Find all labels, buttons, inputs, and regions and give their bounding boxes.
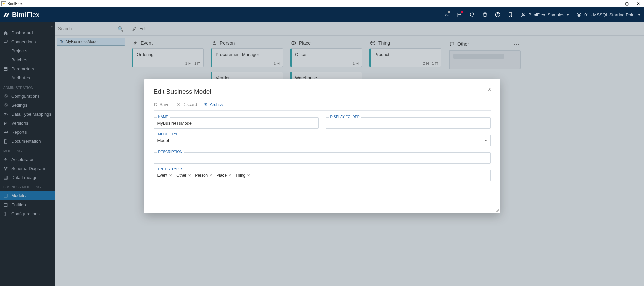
tag-label: Thing <box>235 173 245 178</box>
entity-types-input[interactable]: Event ✕ Other ✕ Person ✕ Place ✕ Thing ✕ <box>154 170 491 181</box>
resize-handle[interactable] <box>495 208 499 212</box>
modal-close-button[interactable]: X <box>488 87 491 92</box>
model-type-label: MODEL TYPE <box>157 132 182 136</box>
bookmark-icon[interactable] <box>508 12 513 17</box>
entity-type-tag: Thing ✕ <box>235 173 250 178</box>
close-window-button[interactable]: ✕ <box>637 1 640 6</box>
tag-label: Person <box>195 173 208 178</box>
minimize-button[interactable]: — <box>613 1 617 6</box>
description-input[interactable] <box>154 152 491 164</box>
maximize-button[interactable]: ▢ <box>625 1 629 6</box>
description-label: DESCRIPTION <box>157 150 184 154</box>
tag-remove-icon[interactable]: ✕ <box>169 173 172 178</box>
modal-title: Edit Business Model <box>154 88 491 95</box>
discard-icon <box>176 102 181 107</box>
display-folder-input[interactable] <box>326 117 491 129</box>
save-icon <box>154 102 158 107</box>
modal-overlay: Edit Business Model X Save Discard Archi… <box>0 22 644 286</box>
tag-label: Other <box>176 173 186 178</box>
layers-icon <box>576 12 582 17</box>
name-input[interactable]: MyBusinessModel <box>154 117 319 129</box>
entity-type-tag: Person ✕ <box>195 173 212 178</box>
edit-business-model-modal: Edit Business Model X Save Discard Archi… <box>144 79 500 213</box>
customer-label: BimlFlex_Samples <box>529 12 565 17</box>
archive-button[interactable]: Archive <box>204 102 224 107</box>
tag-remove-icon[interactable]: ✕ <box>188 173 191 178</box>
help-icon[interactable] <box>495 12 500 17</box>
model-type-select[interactable]: Model <box>154 135 491 146</box>
user-icon <box>521 12 526 17</box>
archive-icon <box>204 102 208 107</box>
database-icon[interactable] <box>482 12 488 17</box>
app-header: BimlFlex BimlFlex_Samples ▾ 01 - MSSQL S… <box>0 7 644 22</box>
tag-remove-icon[interactable]: ✕ <box>209 173 212 178</box>
logo-icon <box>3 12 11 18</box>
entity-type-tag: Event ✕ <box>157 173 172 178</box>
tag-label: Event <box>157 173 168 178</box>
entity-types-label: ENTITY TYPES <box>157 167 185 171</box>
tag-remove-icon[interactable]: ✕ <box>247 173 250 178</box>
version-label: 01 - MSSQL Starting Point <box>584 12 636 17</box>
app-logo: BimlFlex <box>4 11 39 19</box>
tag-remove-icon[interactable]: ✕ <box>228 173 231 178</box>
discard-button[interactable]: Discard <box>176 102 197 107</box>
entity-type-tag: Other ✕ <box>176 173 191 178</box>
customer-selector[interactable]: BimlFlex_Samples ▾ <box>521 12 569 17</box>
refresh-icon[interactable] <box>469 12 475 17</box>
entity-type-tag: Place ✕ <box>216 173 231 178</box>
name-label: NAME <box>157 115 170 119</box>
notifications-icon[interactable] <box>457 12 462 17</box>
terminal-icon[interactable] <box>444 12 449 17</box>
display-folder-label: DISPLAY FOLDER <box>329 115 361 119</box>
window-title: BimlFlex <box>7 1 23 6</box>
save-button[interactable]: Save <box>154 102 170 107</box>
app-icon: ⚡ <box>1 1 6 6</box>
tag-label: Place <box>216 173 227 178</box>
window-titlebar: ⚡ BimlFlex — ▢ ✕ <box>0 0 644 7</box>
version-selector[interactable]: 01 - MSSQL Starting Point ▾ <box>576 12 640 17</box>
